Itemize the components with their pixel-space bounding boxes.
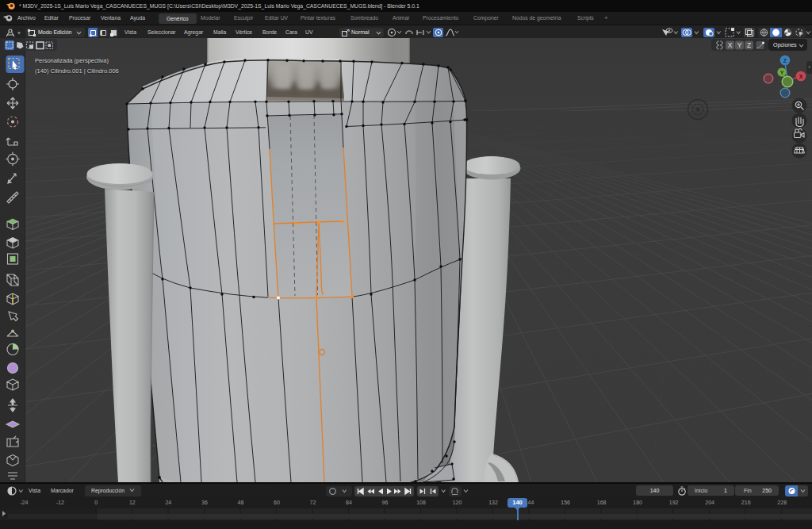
svg-text:X: X: [799, 74, 803, 79]
svg-text:X: X: [728, 41, 733, 49]
svg-text:Z: Z: [783, 58, 787, 63]
svg-text:Y: Y: [737, 41, 742, 49]
svg-text:Y: Y: [780, 70, 784, 75]
svg-text:Z: Z: [747, 41, 751, 49]
